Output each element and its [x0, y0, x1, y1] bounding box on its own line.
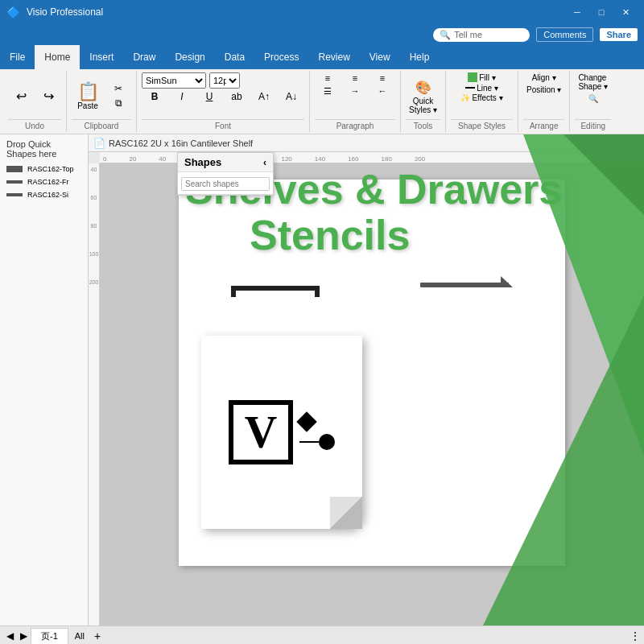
search-placeholder: Tell me [454, 30, 482, 39]
strikethrough-button[interactable]: ab [224, 90, 250, 103]
nav-left-button[interactable]: ◀ [3, 630, 17, 642]
align-button[interactable]: Align ▾ [529, 72, 559, 83]
copy-button[interactable]: ⧉ [105, 97, 131, 109]
shapes-panel-close-icon[interactable]: ‹ [263, 157, 266, 168]
tick-140: 140 [315, 155, 325, 163]
undo-button[interactable]: ↩ [8, 85, 34, 107]
tab-view[interactable]: View [360, 45, 400, 69]
outdent-button[interactable]: ← [369, 85, 395, 97]
find-button[interactable]: 🔍 [580, 93, 606, 104]
shape-label-2: RASC162-Fr [27, 178, 69, 186]
fill-icon [468, 72, 477, 82]
editing-items: ChangeShape ▾ 🔍 [575, 72, 611, 119]
cut-button[interactable]: ✂ [105, 82, 131, 95]
effects-icon: ✨ [460, 93, 470, 102]
shape-thumb-2 [6, 180, 23, 184]
tab-review[interactable]: Review [308, 45, 359, 69]
font-size-select[interactable]: 12pt. [209, 72, 240, 89]
shape-label-1: RASC162-Top [27, 165, 74, 173]
change-shape-button[interactable]: ChangeShape ▾ [575, 72, 611, 92]
app-title: Visio Professional [27, 6, 565, 18]
canvas-area[interactable] [100, 163, 644, 625]
line-icon [465, 87, 475, 89]
quick-styles-icon: 🎨 [414, 77, 433, 97]
workspace: Drop Quick Shapes here RASC162-Top RASC1… [0, 134, 644, 625]
shapes-search-input[interactable] [181, 177, 270, 191]
shape-item-rasc162-top[interactable]: RASC162-Top [3, 163, 85, 175]
shelf-shape-2[interactable] [420, 276, 517, 303]
inner-close-button[interactable]: ✕ [623, 136, 639, 151]
add-page-button[interactable]: + [89, 628, 105, 644]
tab-draw[interactable]: Draw [123, 45, 165, 69]
inner-minimize-button[interactable]: ─ [588, 136, 604, 151]
tick-200: 200 [415, 155, 425, 163]
bold-button[interactable]: B [142, 90, 167, 103]
nav-right-button[interactable]: ▶ [17, 630, 31, 642]
font-size-increase[interactable]: A↑ [251, 90, 277, 103]
align-left-button[interactable]: ≡ [315, 72, 341, 84]
doc-area: 📄 RASC162 2U x 16in Cantilever Shelf ─ □… [89, 134, 644, 625]
tab-more-button[interactable]: ⋮ [630, 630, 641, 642]
shape-thumb-1 [6, 166, 23, 172]
align-center-button[interactable]: ≡ [342, 72, 368, 84]
quick-styles-label: QuickStyles ▾ [409, 97, 437, 114]
shape-item-rasc162-fr[interactable]: RASC162-Fr [3, 176, 85, 188]
paragraph-group: ≡ ≡ ≡ ☰ → ← Paragraph [310, 71, 401, 132]
ribbon: ↩ ↪ Undo 📋 Paste ✂ ⧉ [0, 69, 644, 134]
italic-button[interactable]: I [169, 90, 195, 103]
fill-label: Fill ▾ [479, 73, 496, 82]
effects-label: Effects ▾ [472, 93, 502, 102]
app-icon: 🔷 [6, 6, 20, 19]
close-button[interactable]: ✕ [613, 0, 638, 24]
tick-20: 20 [129, 155, 136, 163]
tab-insert[interactable]: Insert [80, 45, 123, 69]
tab-design[interactable]: Design [165, 45, 214, 69]
top-bar: 🔍 Tell me Comments Share [0, 24, 644, 45]
font-family-select[interactable]: SimSun [142, 72, 206, 89]
clipboard-label: Clipboard [72, 119, 131, 130]
tab-all-button[interactable]: All [70, 630, 89, 642]
ruler-v-tick-4: 200 [89, 279, 99, 285]
inner-maximize-button[interactable]: □ [605, 136, 621, 151]
undo-group: ↩ ↪ Undo [3, 71, 67, 132]
visio-connector [299, 415, 335, 450]
comments-button[interactable]: Comments [536, 27, 593, 42]
title-bar: 🔷 Visio Professional ─ □ ✕ [0, 0, 644, 24]
maximize-button[interactable]: □ [589, 0, 613, 24]
shape-thumb-3 [6, 193, 23, 196]
align-right-button[interactable]: ≡ [369, 72, 395, 84]
search-icon: 🔍 [440, 30, 451, 40]
svg-rect-2 [315, 286, 320, 297]
tools-group: 🎨 QuickStyles ▾ Tools [401, 71, 446, 132]
page-tab-1[interactable]: 页-1 [31, 628, 68, 644]
underline-button[interactable]: U [196, 90, 222, 103]
tab-help[interactable]: Help [400, 45, 440, 69]
copy-icon: ⧉ [115, 97, 122, 109]
font-items: SimSun 12pt. B I U ab A↑ A↓ [142, 72, 304, 119]
tab-process[interactable]: Process [254, 45, 308, 69]
indent-button[interactable]: → [342, 85, 368, 97]
quick-styles-button[interactable]: 🎨 QuickStyles ▾ [406, 76, 440, 116]
list-button[interactable]: ☰ [315, 85, 341, 97]
shape-styles-group: Fill ▾ Line ▾ ✨ Effects ▾ Shape Styles [446, 71, 518, 132]
font-size-decrease[interactable]: A↓ [279, 90, 304, 103]
shape-item-rasc162-si[interactable]: RASC162-Si [3, 189, 85, 200]
minimize-button[interactable]: ─ [565, 0, 589, 24]
ribbon-tabs: File Home Insert Draw Design Data Proces… [0, 45, 644, 69]
share-button[interactable]: Share [600, 28, 638, 41]
tab-home[interactable]: Home [35, 45, 80, 69]
arrange-items: Align ▾ Position ▾ [523, 72, 564, 119]
paste-button[interactable]: 📋 Paste [72, 80, 104, 112]
shelf-shape-1[interactable] [227, 276, 324, 303]
tab-file[interactable]: File [0, 45, 35, 69]
ribbon-content: ↩ ↪ Undo 📋 Paste ✂ ⧉ [0, 69, 644, 134]
svg-rect-1 [231, 286, 236, 297]
tab-data[interactable]: Data [215, 45, 254, 69]
shapes-panel-title: Shapes ‹ [178, 153, 273, 172]
left-panel: Drop Quick Shapes here RASC162-Top RASC1… [0, 134, 89, 625]
redo-button[interactable]: ↪ [35, 85, 61, 107]
editing-group: ChangeShape ▾ 🔍 Editing [570, 71, 616, 132]
tick-180: 180 [382, 155, 392, 163]
position-button[interactable]: Position ▾ [523, 85, 564, 95]
tell-me-search[interactable]: 🔍 Tell me [433, 28, 530, 42]
